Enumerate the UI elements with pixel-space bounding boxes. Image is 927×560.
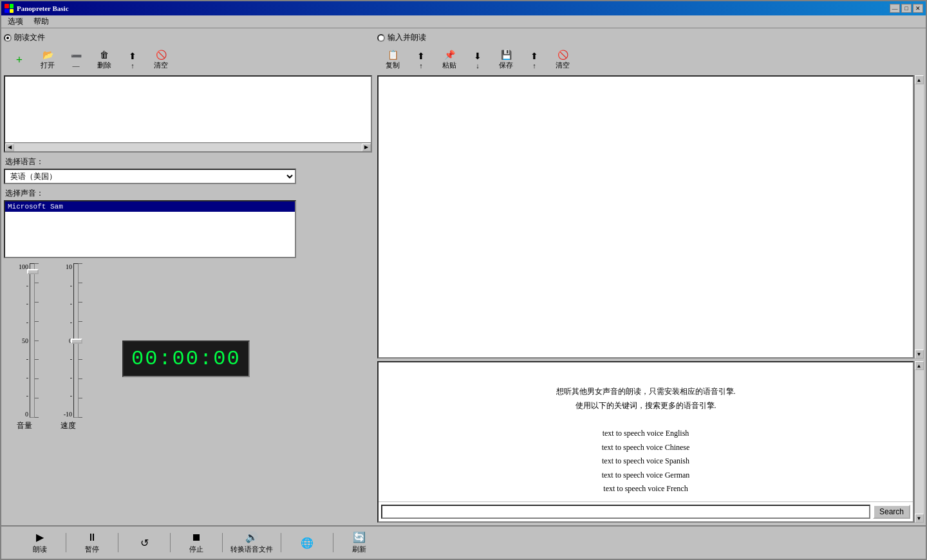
input-radio-header: 输入并朗读 [377, 31, 923, 44]
right-lower-scrollbar: ▲ ▼ [914, 361, 923, 523]
right-panel: 输入并朗读 📋 复制 ⬆ ↑ 📌 粘贴 ⬇ ↓ [375, 28, 926, 525]
replay-icon: ↺ [140, 537, 149, 549]
delete-icon: 🗑 [100, 50, 109, 61]
lang-label: 选择语言： [4, 155, 372, 169]
scroll-right-arrow[interactable]: ▶ [362, 144, 371, 151]
spd-tick5: - [53, 374, 72, 381]
refresh-icon: 🔄 [353, 531, 366, 543]
open-icon: 📂 [42, 50, 53, 61]
scroll-track [14, 144, 362, 151]
speed-thumb[interactable] [71, 339, 82, 344]
convert-button[interactable]: 🔊 转换语音文件 [223, 528, 281, 557]
title-controls: — □ ✕ [890, 4, 923, 13]
add-button[interactable]: + [6, 53, 32, 67]
search-input[interactable] [381, 505, 870, 519]
file-list-area: ◀ ▶ [4, 75, 372, 153]
speed-slider-container: 10 - - - 0 - - - -10 [53, 263, 84, 431]
maximize-button[interactable]: □ [901, 4, 912, 13]
right-upload-button[interactable]: ⬆ ↑ [408, 50, 434, 71]
right-text-content[interactable] [379, 77, 913, 357]
speed-track[interactable] [73, 263, 79, 418]
input-radio-label: 输入并朗读 [388, 32, 426, 43]
input-radio[interactable] [377, 34, 385, 42]
clear-button[interactable]: 🚫 清空 [148, 48, 174, 71]
search-button[interactable]: Search [873, 505, 910, 519]
title-bar: Panopreter Basic — □ ✕ [1, 1, 926, 15]
minus-icon: ➖ [71, 51, 82, 62]
pause-label: 暂停 [85, 545, 99, 554]
read-file-radio[interactable] [4, 34, 12, 42]
minimize-button[interactable]: — [890, 4, 900, 13]
voice-section: 选择声音： Microsoft Sam [4, 187, 372, 258]
keyword-en: text to speech voice English [384, 427, 908, 441]
stop-button[interactable]: ⏹ 停止 [171, 529, 222, 557]
play-button[interactable]: ▶ 朗读 [14, 528, 66, 557]
clear-label: 清空 [154, 61, 168, 70]
volume-slider-with-ticks: 100 - - - 50 - - - 0 [9, 263, 40, 418]
keyword-zh: text to speech voice Chinese [384, 441, 908, 455]
right-clear-icon: 🚫 [557, 50, 568, 61]
speed-label: 速度 [61, 420, 76, 431]
scroll-down-arrow[interactable]: ▼ [915, 350, 924, 359]
stop-icon: ⏹ [191, 532, 201, 543]
copy-button[interactable]: 📋 复制 [380, 48, 406, 71]
spd-tick3: - [53, 319, 72, 326]
scroll-up-arrow[interactable]: ▲ [915, 75, 924, 84]
minus-button[interactable]: ➖ — [63, 50, 89, 71]
right-upload2-label: ↑ [532, 62, 536, 70]
delete-button[interactable]: 🗑 删除 [91, 49, 117, 71]
menu-options[interactable]: 选项 [5, 15, 26, 28]
lower-scroll-down-arrow[interactable]: ▼ [915, 514, 924, 523]
vol-max-label: 100 [9, 263, 28, 270]
right-clear-button[interactable]: 🚫 清空 [550, 48, 576, 71]
horizontal-scrollbar[interactable]: ◀ ▶ [5, 142, 371, 151]
spd-tick4: - [53, 355, 72, 362]
right-lower-area: 想听其他男女声音的朗读，只需安装相应的语音引擎. 使用以下的关键词，搜索更多的语… [377, 361, 923, 523]
close-button[interactable]: ✕ [913, 4, 923, 13]
menu-help[interactable]: 帮助 [31, 15, 52, 28]
delete-label: 删除 [97, 61, 111, 70]
right-text-area[interactable] [377, 75, 914, 359]
voice-item-sam[interactable]: Microsoft Sam [5, 201, 295, 212]
play-label: 朗读 [33, 545, 47, 554]
upload-icon: ⬆ [129, 51, 136, 62]
open-label: 打开 [41, 61, 55, 70]
scroll-track-upper [915, 84, 924, 350]
vol-tick5: - [9, 374, 28, 381]
open-button[interactable]: 📂 打开 [35, 48, 61, 71]
search-hint1: 想听其他男女声音的朗读，只需安装相应的语音引擎. 使用以下的关键词，搜索更多的语… [384, 385, 908, 496]
right-upload2-icon: ⬆ [530, 51, 538, 62]
lang-dropdown[interactable]: 英语（美国） 中文（中国） 西班牙语 法语 德语 [4, 169, 296, 184]
voice-list[interactable]: Microsoft Sam [4, 200, 296, 258]
refresh-label: 刷新 [352, 545, 366, 554]
volume-track[interactable] [30, 263, 35, 418]
convert-icon: 🔊 [245, 531, 258, 543]
right-icon-button[interactable]: ⬇ ↓ [465, 50, 491, 71]
replay-button[interactable]: ↺ [118, 534, 170, 552]
lower-scroll-up-arrow[interactable]: ▲ [915, 361, 924, 370]
volume-tick-labels: 100 - - - 50 - - - 0 [9, 263, 30, 418]
scroll-left-arrow[interactable]: ◀ [5, 144, 14, 151]
upload-button[interactable]: ⬆ ↑ [120, 50, 145, 71]
pause-button[interactable]: ⏸ 暂停 [66, 529, 118, 557]
spd-tick2: - [53, 300, 72, 307]
spd-tick6: - [53, 392, 72, 399]
save-button[interactable]: 💾 保存 [493, 48, 519, 71]
globe-button[interactable]: 🌐 [281, 534, 333, 552]
timer-display: 00:00:00 [122, 341, 250, 377]
menu-bar: 选项 帮助 [1, 15, 926, 28]
paste-button[interactable]: 📌 粘贴 [436, 48, 462, 71]
right-icon-label: ↓ [476, 62, 480, 70]
vol-mid-label: 50 [9, 337, 28, 344]
scroll-track-lower [915, 370, 924, 514]
hint2-text: 使用以下的关键词，搜索更多的语音引擎. [384, 399, 908, 413]
volume-slider-container: 100 - - - 50 - - - 0 [9, 263, 40, 431]
volume-thumb[interactable] [27, 269, 39, 274]
search-panel: 想听其他男女声音的朗读，只需安装相应的语音引擎. 使用以下的关键词，搜索更多的语… [377, 361, 914, 523]
right-upload2-button[interactable]: ⬆ ↑ [521, 50, 547, 71]
vol-min-label: 0 [9, 411, 28, 418]
file-list-scroll[interactable] [5, 77, 371, 151]
refresh-button[interactable]: 🔄 刷新 [333, 528, 385, 557]
left-toolbar: + 📂 打开 ➖ — 🗑 删除 ⬆ ↑ [4, 47, 372, 73]
keyword-es: text to speech voice Spanish [384, 454, 908, 469]
